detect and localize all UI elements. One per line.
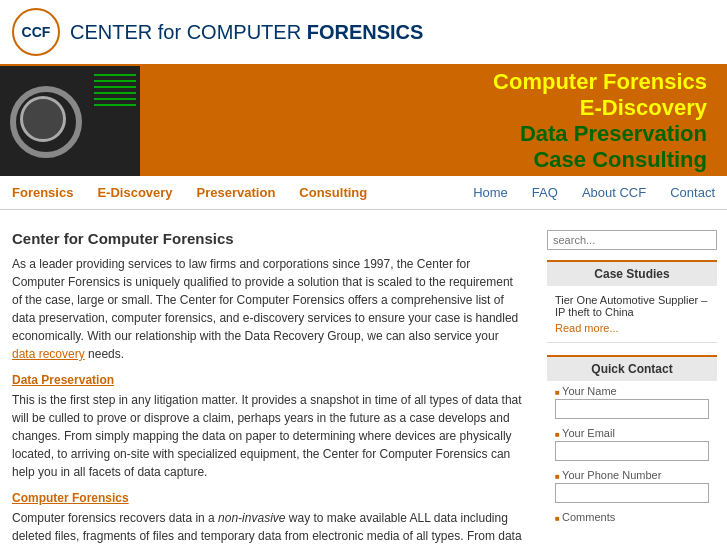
nav: Forensics E-Discovery Preservation Consu… — [0, 176, 727, 210]
banner-line3: Data Preservation — [520, 121, 707, 147]
email-field-group: Your Email — [547, 423, 717, 465]
phone-field-group: Your Phone Number — [547, 465, 717, 507]
phone-label: Your Phone Number — [555, 469, 709, 481]
site-title: CENTER for COMPUTER FORENSICS — [70, 21, 423, 44]
secondary-nav: Home FAQ About CCF Contact — [461, 181, 727, 204]
circuit-line — [94, 104, 136, 106]
circuit-line — [94, 92, 136, 94]
primary-nav: Forensics E-Discovery Preservation Consu… — [0, 181, 379, 204]
logo: CCF — [12, 8, 60, 56]
nav-home[interactable]: Home — [461, 181, 520, 204]
case-study-text: Tier One Automotive Supplier – IP theft … — [555, 294, 709, 318]
intro-paragraph: As a leader providing services to law fi… — [12, 255, 525, 363]
section2-em: non-invasive — [218, 511, 285, 525]
section1-text: This is the first step in any litigation… — [12, 391, 525, 481]
main-content: Center for Computer Forensics As a leade… — [0, 220, 537, 545]
section2-paragraph: Computer forensics recovers data in a no… — [12, 509, 525, 545]
case-studies-section: Case Studies Tier One Automotive Supplie… — [547, 260, 717, 343]
name-field-group: Your Name — [547, 381, 717, 423]
case-studies-title: Case Studies — [547, 260, 717, 286]
banner-text: Computer Forensics E-Discovery Data Pres… — [140, 66, 727, 176]
circuit-line — [94, 98, 136, 100]
email-label: Your Email — [555, 427, 709, 439]
case-study-read-more[interactable]: Read more... — [555, 322, 619, 334]
name-input[interactable] — [555, 399, 709, 419]
banner-image — [0, 66, 140, 176]
nav-consulting[interactable]: Consulting — [287, 181, 379, 204]
header: CCF CENTER for COMPUTER FORENSICS — [0, 0, 727, 66]
circuit-line — [94, 74, 136, 76]
banner-line1: Computer Forensics — [493, 69, 707, 95]
logo-text: CCF — [22, 24, 51, 40]
comments-label: Comments — [555, 511, 709, 523]
name-label: Your Name — [555, 385, 709, 397]
section2-title[interactable]: Computer Forensics — [12, 491, 525, 505]
nav-contact[interactable]: Contact — [658, 181, 727, 204]
sidebar: Case Studies Tier One Automotive Supplie… — [537, 220, 727, 545]
intro-text2: needs. — [85, 347, 124, 361]
quick-contact-title: Quick Contact — [547, 355, 717, 381]
section1-title[interactable]: Data Preservation — [12, 373, 525, 387]
circuit-line — [94, 86, 136, 88]
banner-line4: Case Consulting — [533, 147, 707, 173]
page-title: Center for Computer Forensics — [12, 230, 525, 247]
intro-text: As a leader providing services to law fi… — [12, 257, 518, 343]
comments-field-group: Comments — [547, 507, 717, 529]
search-input[interactable] — [547, 230, 717, 250]
banner: Computer Forensics E-Discovery Data Pres… — [0, 66, 727, 176]
email-input[interactable] — [555, 441, 709, 461]
nav-preservation[interactable]: Preservation — [185, 181, 288, 204]
nav-about[interactable]: About CCF — [570, 181, 658, 204]
nav-forensics[interactable]: Forensics — [0, 181, 85, 204]
nav-faq[interactable]: FAQ — [520, 181, 570, 204]
phone-input[interactable] — [555, 483, 709, 503]
data-recovery-link[interactable]: data recovery — [12, 347, 85, 361]
circuit-lines — [90, 66, 140, 176]
section2-text-before: Computer forensics recovers data in a — [12, 511, 218, 525]
site-title-prefix: CENTER for COMPUTER FORENSICS — [70, 21, 423, 43]
main-layout: Center for Computer Forensics As a leade… — [0, 210, 727, 545]
circuit-line — [94, 80, 136, 82]
case-study-item: Tier One Automotive Supplier – IP theft … — [547, 286, 717, 343]
nav-ediscovery[interactable]: E-Discovery — [85, 181, 184, 204]
banner-line2: E-Discovery — [580, 95, 707, 121]
